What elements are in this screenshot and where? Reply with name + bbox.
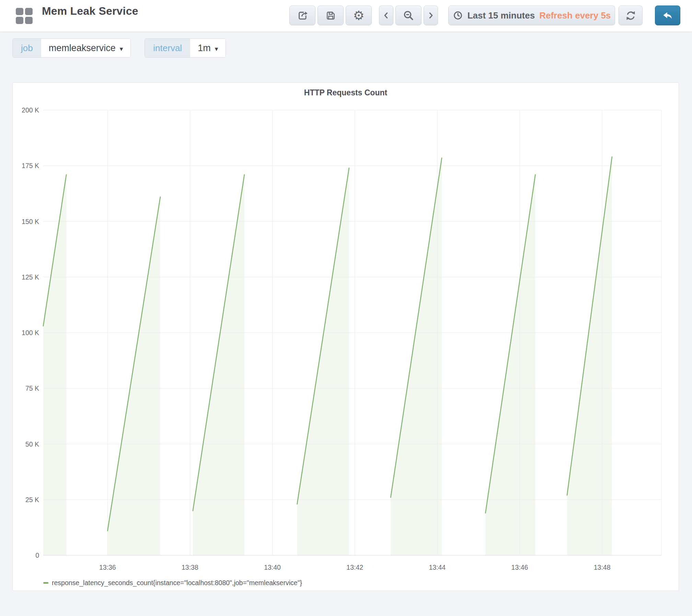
dashboard-title: Mem Leak Service <box>42 5 138 17</box>
graph-panel: HTTP Requests Count 025 K50 K75 K100 K12… <box>12 82 679 591</box>
save-button[interactable] <box>318 5 344 25</box>
refresh-button[interactable] <box>619 5 643 25</box>
refresh-icon <box>625 10 636 21</box>
legend-item[interactable]: response_latency_seconds_count{instance=… <box>43 579 302 587</box>
x-tick-label: 13:48 <box>594 564 611 571</box>
variable-job-name: job <box>13 39 41 57</box>
variable-interval-name: interval <box>145 39 190 57</box>
x-tick-label: 13:40 <box>264 564 281 571</box>
submenu: job memleakservice ▾ interval 1m ▾ <box>12 38 226 58</box>
header-bar: Mem Leak Service ⚙ <box>0 0 692 32</box>
variable-job-value: memleakservice <box>49 43 116 54</box>
y-tick-label: 150 K <box>22 218 39 225</box>
time-shift-back-button[interactable] <box>379 5 393 25</box>
zoom-out-button[interactable] <box>395 5 422 25</box>
variable-interval-dropdown[interactable]: interval 1m ▾ <box>145 38 226 58</box>
share-button[interactable] <box>289 5 315 25</box>
clock-icon <box>453 10 463 21</box>
refresh-interval-label: Refresh every 5s <box>539 10 611 21</box>
series-fill <box>107 197 160 555</box>
legend-swatch <box>43 582 48 584</box>
y-tick-label: 25 K <box>25 496 39 504</box>
series-fill <box>485 175 535 555</box>
series-fill <box>391 158 442 555</box>
series-fill <box>43 175 66 555</box>
back-button[interactable] <box>655 5 680 25</box>
y-tick-label: 50 K <box>25 440 39 448</box>
legend-series-label: response_latency_seconds_count{instance=… <box>52 579 302 587</box>
undo-arrow-icon <box>661 10 674 21</box>
variable-interval-value: 1m <box>198 43 211 54</box>
series-fill <box>297 168 349 555</box>
x-tick-label: 13:42 <box>346 564 363 571</box>
time-picker-button[interactable]: Last 15 minutes Refresh every 5s <box>448 5 615 25</box>
grid-square <box>25 17 33 24</box>
grid-square <box>16 17 23 24</box>
gear-icon: ⚙ <box>353 9 364 22</box>
zoom-out-icon <box>403 10 414 21</box>
x-tick-label: 13:44 <box>429 564 446 571</box>
y-tick-label: 175 K <box>22 162 39 169</box>
series-fill <box>567 157 612 555</box>
share-icon <box>297 10 308 21</box>
x-tick-label: 13:46 <box>511 564 528 571</box>
y-tick-label: 100 K <box>22 329 39 336</box>
caret-down-icon: ▾ <box>120 45 123 53</box>
time-shift-forward-button[interactable] <box>424 5 438 25</box>
variable-job-dropdown[interactable]: job memleakservice ▾ <box>12 38 131 58</box>
chevron-left-icon <box>382 10 391 21</box>
grid-square <box>16 8 23 15</box>
save-icon <box>325 10 336 21</box>
series-fill <box>193 175 244 555</box>
time-range-label: Last 15 minutes <box>468 10 535 21</box>
x-tick-label: 13:36 <box>99 564 116 571</box>
y-tick-label: 200 K <box>22 106 39 114</box>
y-tick-label: 75 K <box>25 384 39 392</box>
dashboard-grid-icon[interactable] <box>16 8 33 24</box>
grid-square <box>25 8 33 15</box>
caret-down-icon: ▾ <box>215 45 218 53</box>
y-tick-label: 125 K <box>22 273 39 281</box>
y-tick-label: 0 <box>35 552 39 559</box>
chart-plot[interactable]: 025 K50 K75 K100 K125 K150 K175 K200 K13… <box>13 83 679 577</box>
settings-button[interactable]: ⚙ <box>346 5 372 25</box>
x-tick-label: 13:38 <box>182 564 198 571</box>
chevron-right-icon <box>426 10 435 21</box>
